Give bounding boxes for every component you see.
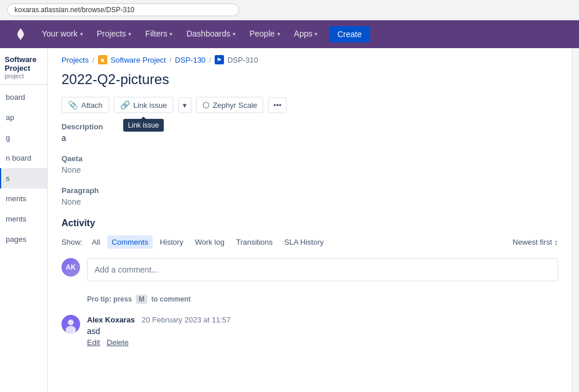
activity-sort[interactable]: Newest first ↕: [513, 238, 558, 246]
add-comment-area: AK Add a comment...: [61, 258, 558, 281]
action-sep2: ·: [131, 338, 133, 347]
navbar-apps[interactable]: Apps ▾: [287, 20, 325, 48]
breadcrumb-projects[interactable]: Projects: [61, 56, 89, 64]
navbar-dashboards[interactable]: Dashboards ▾: [179, 20, 243, 48]
paperclip-icon: 📎: [68, 100, 78, 110]
comment-author: Alex Koxaras: [87, 315, 135, 324]
sidebar-item-ments2[interactable]: ments: [0, 209, 47, 229]
current-user-avatar: AK: [61, 258, 80, 277]
chevron-down-icon: ▾: [169, 31, 172, 37]
paragraph-label: Paragraph: [61, 186, 558, 195]
dropdown-arrow-button[interactable]: ▾: [178, 97, 191, 113]
sidebar-item-board[interactable]: board: [0, 87, 47, 107]
breadcrumb-dsp130[interactable]: DSP-130: [175, 56, 206, 64]
sidebar-item-s[interactable]: s: [0, 168, 47, 188]
sidebar-item-g[interactable]: g: [0, 128, 47, 148]
sort-icon: ↕: [555, 238, 559, 246]
filter-all[interactable]: All: [87, 235, 104, 249]
breadcrumb-software-icon: ■: [98, 55, 107, 64]
breadcrumb-dsp310: DSP-310: [227, 56, 258, 64]
sidebar-project-name: Software Project: [5, 55, 42, 72]
filter-history[interactable]: History: [155, 235, 187, 249]
link-icon: 🔗: [120, 100, 130, 110]
comment-content: Alex Koxaras 20 February 2023 at 11:57 a…: [87, 315, 558, 347]
activity-section: Activity Show: All Comments History Work…: [48, 218, 572, 347]
breadcrumb-sep3: /: [209, 56, 211, 64]
breadcrumb-sep1: /: [92, 56, 95, 64]
content-area: Projects / ■ Software Project / DSP-130 …: [48, 48, 572, 392]
chevron-down-icon: ▾: [80, 31, 83, 37]
filter-transitions[interactable]: Transitions: [231, 235, 277, 249]
chevron-down-icon: ▾: [314, 31, 317, 37]
paragraph-section: Paragraph None: [48, 186, 572, 218]
breadcrumb: Projects / ■ Software Project / DSP-130 …: [48, 48, 572, 69]
navbar-projects[interactable]: Projects ▾: [90, 20, 139, 48]
svg-point-1: [68, 320, 74, 325]
navbar-logo: [7, 20, 35, 48]
paragraph-value: None: [61, 197, 558, 206]
right-panel: [572, 48, 579, 392]
sidebar-item-pages[interactable]: pages: [0, 229, 47, 249]
comment-input[interactable]: Add a comment...: [87, 258, 558, 281]
issue-title: 2022-Q2-pictures: [48, 69, 572, 97]
zephyr-button[interactable]: ⬡ Zephyr Scale: [196, 97, 264, 113]
breadcrumb-dsp310-icon: ⚑: [215, 55, 224, 64]
sidebar-project-type: project: [5, 72, 42, 79]
browser-url: koxaras.atlassian.net/browse/DSP-310: [7, 3, 239, 16]
top-navbar: Your work ▾ Projects ▾ Filters ▾ Dashboa…: [0, 20, 579, 48]
activity-filters: Show: All Comments History Work log Tran…: [61, 235, 558, 249]
action-sep: ·: [102, 338, 104, 347]
comment-avatar: [61, 315, 80, 333]
comment-item: Alex Koxaras 20 February 2023 at 11:57 a…: [61, 315, 558, 347]
chevron-down-icon: ▾: [128, 31, 131, 37]
comment-text: asd: [87, 326, 558, 336]
zephyr-icon: ⬡: [202, 100, 209, 110]
sidebar: Software Project project board ap g n bo…: [0, 48, 48, 392]
qaeta-label: Qaeta: [61, 154, 558, 163]
comment-header: Alex Koxaras 20 February 2023 at 11:57: [87, 315, 558, 324]
chevron-down-icon: ▾: [233, 31, 236, 37]
qaeta-value: None: [61, 165, 558, 175]
create-button[interactable]: Create: [329, 26, 370, 42]
filter-comments[interactable]: Comments: [107, 235, 153, 249]
description-value: a: [61, 133, 558, 143]
navbar-your-work[interactable]: Your work ▾: [35, 20, 90, 48]
link-issue-wrapper: 🔗 Link issue Link issue: [114, 97, 173, 113]
description-label: Description: [61, 122, 558, 131]
activity-show-label: Show:: [61, 238, 82, 246]
edit-comment-link[interactable]: Edit: [87, 338, 100, 347]
attach-button[interactable]: 📎 Attach: [61, 97, 109, 113]
chevron-down-icon: ▾: [277, 31, 280, 37]
breadcrumb-software-project[interactable]: Software Project: [111, 56, 166, 64]
navbar-people[interactable]: People ▾: [243, 20, 287, 48]
description-section: Description a: [48, 122, 572, 154]
filter-worklog[interactable]: Work log: [190, 235, 229, 249]
main-layout: Software Project project board ap g n bo…: [0, 48, 579, 392]
link-issue-button[interactable]: 🔗 Link issue: [114, 97, 173, 113]
activity-title: Activity: [61, 218, 558, 228]
browser-bar: koxaras.atlassian.net/browse/DSP-310: [0, 0, 579, 20]
pro-tip-key: M: [136, 295, 147, 304]
filter-sla-history[interactable]: SLA History: [280, 235, 328, 249]
breadcrumb-sep2: /: [169, 56, 172, 64]
sidebar-header: Software Project project: [0, 48, 47, 82]
navbar-filters[interactable]: Filters ▾: [138, 20, 179, 48]
issue-toolbar: 📎 Attach 🔗 Link issue Link issue ▾ ⬡ Zep…: [48, 97, 572, 122]
more-options-button[interactable]: •••: [268, 97, 287, 113]
qaeta-section: Qaeta None: [48, 154, 572, 186]
sidebar-item-ments1[interactable]: ments: [0, 188, 47, 209]
delete-comment-link[interactable]: Delete: [107, 338, 129, 347]
comment-actions: Edit · Delete ·: [87, 338, 558, 347]
sidebar-item-nboard[interactable]: n board: [0, 148, 47, 168]
pro-tip: Pro tip: press M to comment: [61, 293, 558, 303]
sidebar-item-ap[interactable]: ap: [0, 107, 47, 128]
comment-date: 20 February 2023 at 11:57: [142, 315, 230, 324]
